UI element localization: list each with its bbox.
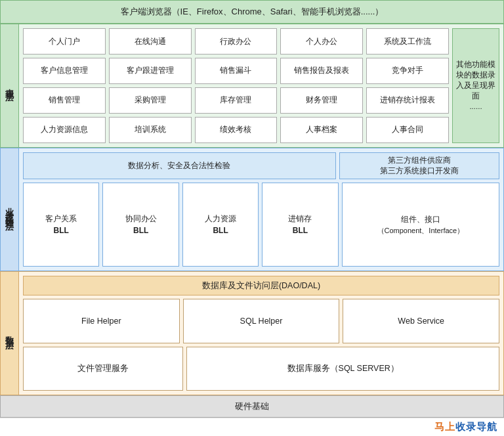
web-service: Web Service [343, 299, 499, 343]
pres-side-box: 其他功能模块的数据录入及呈现界面...... [452, 28, 499, 143]
pres-row-3: 销售管理 采购管理 库存管理 财务管理 进销存统计报表 [23, 87, 449, 114]
data-content: 数据库及文件访问层(DAO/DAL) File Helper SQL Helpe… [19, 272, 503, 395]
pres-cell: 绩效考核 [195, 117, 278, 143]
component-label: 组件、接口 [401, 213, 440, 225]
pres-row-1: 个人门户 在线沟通 行政办公 个人办公 系统及工作流 [23, 28, 449, 54]
pres-cell: 销售管理 [23, 87, 106, 114]
pres-cell: 销售漏斗 [195, 58, 278, 84]
pres-cell: 库存管理 [195, 87, 278, 114]
biz-inner: 客户关系 BLL 协同办公 BLL 人力资源 BLL [23, 183, 499, 267]
pres-cell: 客户跟进管理 [109, 58, 192, 84]
main-container: 客户端浏览器（IE、Firefox、Chrome、Safari、智能手机浏览器.… [0, 0, 504, 436]
pres-main: 个人门户 在线沟通 行政办公 个人办公 系统及工作流 客户信息管理 客户跟进管理… [23, 28, 499, 143]
bll-box-2: 人力资源 BLL [182, 183, 259, 267]
bll-box-0: 客户关系 BLL [23, 183, 99, 267]
pres-cell: 竞争对手 [366, 58, 449, 84]
presentation-label: 表现层 [1, 24, 19, 147]
pres-cell: 人事合同 [366, 117, 449, 143]
pres-cell: 行政办公 [195, 28, 278, 54]
pres-row-2: 客户信息管理 客户跟进管理 销售漏斗 销售报告及报表 竞争对手 [23, 58, 449, 84]
component-sub: （Component、Interface） [377, 225, 465, 236]
browser-bar-text: 客户端浏览器（IE、Firefox、Chrome、Safari、智能手机浏览器.… [121, 7, 384, 16]
footer-watermark: 马上收录导航 [434, 421, 497, 433]
business-layer: 业务逻辑处理层 数据分析、安全及合法性检验 第三方组件供应商第三方系统接口开发商… [0, 148, 504, 272]
pres-cell: 人力资源信息 [23, 117, 106, 143]
file-service: 文件管理服务 [23, 347, 183, 391]
pres-cell: 销售报告及报表 [280, 58, 363, 84]
biz-right: 组件、接口 （Component、Interface） [342, 183, 499, 267]
pres-side-text: 其他功能模块的数据录入及呈现界面...... [456, 59, 495, 112]
bll-box-3: 进销存 BLL [262, 183, 338, 267]
data-label: 数据层 [1, 272, 19, 395]
hardware-bar: 硬件基础 [0, 395, 504, 418]
pres-cell: 培训系统 [109, 117, 192, 143]
hardware-label: 硬件基础 [235, 401, 269, 411]
pres-side: 其他功能模块的数据录入及呈现界面...... [452, 28, 499, 143]
pres-cell: 在线沟通 [109, 28, 192, 54]
footer-brand-part1: 马上 [434, 421, 455, 432]
layers-container: 表现层 个人门户 在线沟通 行政办公 个人办公 系统及工作流 [0, 24, 504, 395]
pres-cell: 进销存统计报表 [366, 87, 449, 114]
pres-cell: 财务管理 [280, 87, 363, 114]
sql-helper: SQL Helper [183, 299, 340, 343]
browser-bar: 客户端浏览器（IE、Firefox、Chrome、Safari、智能手机浏览器.… [0, 0, 504, 24]
bll-box-1: 协同办公 BLL [102, 183, 178, 267]
pres-cell: 采购管理 [109, 87, 192, 114]
presentation-layer: 表现层 个人门户 在线沟通 行政办公 个人办公 系统及工作流 [0, 24, 504, 148]
biz-third-party: 第三方组件供应商第三方系统接口开发商 [339, 152, 499, 180]
pres-grid: 个人门户 在线沟通 行政办公 个人办公 系统及工作流 客户信息管理 客户跟进管理… [23, 28, 449, 143]
footer-brand-part2: 收录导航 [455, 421, 497, 432]
helpers-row: File Helper SQL Helper Web Service [23, 299, 499, 343]
biz-left: 客户关系 BLL 协同办公 BLL 人力资源 BLL [23, 183, 339, 267]
data-layer: 数据层 数据库及文件访问层(DAO/DAL) File Helper SQL H… [0, 271, 504, 395]
file-helper: File Helper [23, 299, 180, 343]
biz-third-party-text: 第三方组件供应商第三方系统接口开发商 [380, 155, 459, 177]
dao-label: 数据库及文件访问层(DAO/DAL) [23, 276, 499, 295]
business-label: 业务逻辑处理层 [1, 148, 19, 271]
component-box: 组件、接口 （Component、Interface） [342, 183, 499, 267]
biz-bll-row: 客户关系 BLL 协同办公 BLL 人力资源 BLL [23, 183, 339, 267]
biz-top-row: 数据分析、安全及合法性检验 第三方组件供应商第三方系统接口开发商 [23, 152, 499, 180]
footer-bar: 马上收录导航 [0, 418, 504, 436]
services-row: 文件管理服务 数据库服务（SQL SERVER） [23, 347, 499, 391]
pres-cell: 个人办公 [280, 28, 363, 54]
pres-cell: 客户信息管理 [23, 58, 106, 84]
pres-row-4: 人力资源信息 培训系统 绩效考核 人事档案 人事合同 [23, 117, 449, 143]
pres-cell: 系统及工作流 [366, 28, 449, 54]
business-content: 数据分析、安全及合法性检验 第三方组件供应商第三方系统接口开发商 客户关系 BL… [19, 148, 503, 271]
pres-cell: 个人门户 [23, 28, 106, 54]
pres-cell: 人事档案 [280, 117, 363, 143]
dao-row: 数据库及文件访问层(DAO/DAL) [23, 276, 499, 295]
presentation-content: 个人门户 在线沟通 行政办公 个人办公 系统及工作流 客户信息管理 客户跟进管理… [19, 24, 503, 147]
biz-data-analysis: 数据分析、安全及合法性检验 [23, 152, 336, 180]
db-service: 数据库服务（SQL SERVER） [186, 347, 499, 391]
